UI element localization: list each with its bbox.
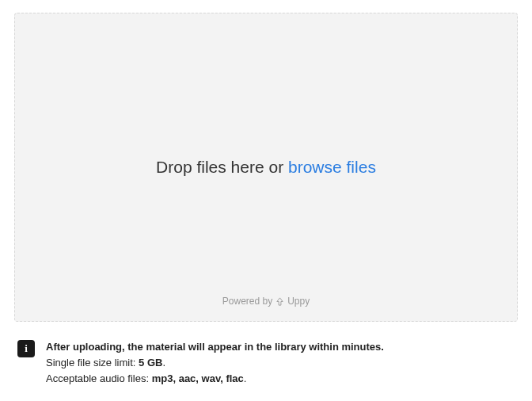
- info-icon: i: [17, 340, 35, 357]
- info-icon-glyph: i: [25, 342, 28, 355]
- drop-prompt: Drop files here or browse files: [156, 158, 376, 177]
- size-limit-suffix: .: [162, 357, 165, 369]
- size-limit-value: 5 GB: [139, 357, 162, 369]
- audio-suffix: .: [244, 372, 247, 384]
- info-text: After uploading, the material will appea…: [46, 339, 384, 387]
- info-headline: After uploading, the material will appea…: [46, 339, 384, 355]
- info-block: i After uploading, the material will app…: [14, 339, 518, 387]
- browse-files-link[interactable]: browse files: [288, 158, 376, 176]
- powered-by-prefix: Powered by: [222, 296, 272, 307]
- audio-label: Acceptable audio files:: [46, 372, 152, 384]
- info-audio-types: Acceptable audio files: mp3, aac, wav, f…: [46, 371, 384, 387]
- info-size-limit: Single file size limit: 5 GB.: [46, 355, 384, 371]
- audio-value: mp3, aac, wav, flac: [152, 372, 244, 384]
- file-dropzone[interactable]: Drop files here or browse files Powered …: [14, 13, 518, 322]
- size-limit-label: Single file size limit:: [46, 357, 139, 369]
- drop-prompt-text: Drop files here or: [156, 158, 288, 176]
- uppy-logo-icon: [276, 297, 284, 306]
- powered-by: Powered by Uppy: [15, 296, 517, 307]
- powered-by-name: Uppy: [287, 296, 310, 307]
